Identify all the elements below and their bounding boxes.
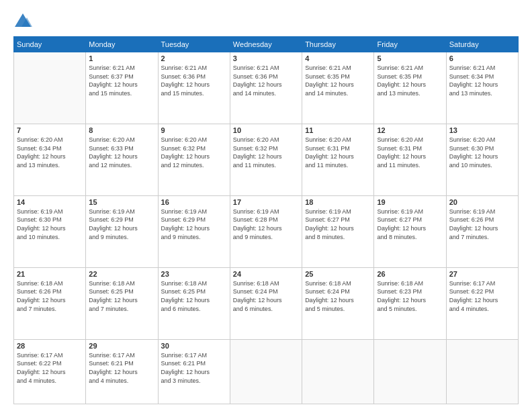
day-info: Sunrise: 6:20 AM Sunset: 6:31 PM Dayligh… [377,136,443,169]
day-number: 5 [377,54,443,62]
day-cell-11: 11Sunrise: 6:20 AM Sunset: 6:31 PM Dayli… [302,124,374,195]
weekday-header-wednesday: Wednesday [230,37,302,52]
day-number: 12 [377,126,443,134]
day-number: 25 [305,270,371,278]
logo-icon [13,12,32,31]
day-info: Sunrise: 6:19 AM Sunset: 6:27 PM Dayligh… [377,208,443,241]
empty-cell [230,339,302,404]
day-cell-3: 3Sunrise: 6:21 AM Sunset: 6:36 PM Daylig… [230,52,302,124]
day-info: Sunrise: 6:20 AM Sunset: 6:34 PM Dayligh… [17,136,83,169]
day-cell-5: 5Sunrise: 6:21 AM Sunset: 6:35 PM Daylig… [374,52,446,124]
day-cell-17: 17Sunrise: 6:19 AM Sunset: 6:28 PM Dayli… [230,195,302,267]
week-row-1: 1Sunrise: 6:21 AM Sunset: 6:37 PM Daylig… [14,52,519,124]
empty-cell [374,339,446,404]
day-cell-21: 21Sunrise: 6:18 AM Sunset: 6:26 PM Dayli… [14,267,86,339]
weekday-header-friday: Friday [374,37,446,52]
header [13,12,519,31]
day-info: Sunrise: 6:17 AM Sunset: 6:22 PM Dayligh… [449,279,515,313]
day-cell-20: 20Sunrise: 6:19 AM Sunset: 6:26 PM Dayli… [446,195,518,267]
week-row-5: 28Sunrise: 6:17 AM Sunset: 6:22 PM Dayli… [14,339,519,404]
week-row-3: 14Sunrise: 6:19 AM Sunset: 6:30 PM Dayli… [14,195,519,267]
day-number: 17 [233,198,299,206]
day-cell-30: 30Sunrise: 6:17 AM Sunset: 6:21 PM Dayli… [158,339,230,404]
day-number: 15 [89,198,154,206]
empty-cell [446,339,518,404]
day-info: Sunrise: 6:20 AM Sunset: 6:32 PM Dayligh… [161,136,227,169]
day-number: 26 [377,270,443,278]
day-number: 20 [449,198,515,206]
week-row-4: 21Sunrise: 6:18 AM Sunset: 6:26 PM Dayli… [14,267,519,339]
day-cell-7: 7Sunrise: 6:20 AM Sunset: 6:34 PM Daylig… [14,124,86,195]
day-info: Sunrise: 6:17 AM Sunset: 6:21 PM Dayligh… [161,351,227,385]
empty-cell [302,339,374,404]
day-number: 1 [89,54,154,62]
logo [13,12,35,31]
day-cell-24: 24Sunrise: 6:18 AM Sunset: 6:24 PM Dayli… [230,267,302,339]
day-info: Sunrise: 6:20 AM Sunset: 6:32 PM Dayligh… [233,136,299,169]
day-info: Sunrise: 6:20 AM Sunset: 6:30 PM Dayligh… [449,136,515,169]
day-number: 30 [161,342,227,350]
day-cell-14: 14Sunrise: 6:19 AM Sunset: 6:30 PM Dayli… [14,195,86,267]
day-info: Sunrise: 6:19 AM Sunset: 6:27 PM Dayligh… [305,208,371,241]
day-cell-4: 4Sunrise: 6:21 AM Sunset: 6:35 PM Daylig… [302,52,374,124]
day-info: Sunrise: 6:21 AM Sunset: 6:37 PM Dayligh… [89,64,154,97]
day-info: Sunrise: 6:21 AM Sunset: 6:35 PM Dayligh… [305,64,371,97]
day-number: 6 [449,54,515,62]
weekday-header-row: SundayMondayTuesdayWednesdayThursdayFrid… [14,37,519,52]
day-number: 21 [17,270,83,278]
day-number: 29 [89,342,154,350]
page: SundayMondayTuesdayWednesdayThursdayFrid… [0,0,532,411]
day-cell-26: 26Sunrise: 6:18 AM Sunset: 6:23 PM Dayli… [374,267,446,339]
day-cell-25: 25Sunrise: 6:18 AM Sunset: 6:24 PM Dayli… [302,267,374,339]
day-info: Sunrise: 6:21 AM Sunset: 6:34 PM Dayligh… [449,64,515,97]
day-cell-10: 10Sunrise: 6:20 AM Sunset: 6:32 PM Dayli… [230,124,302,195]
day-info: Sunrise: 6:20 AM Sunset: 6:31 PM Dayligh… [305,136,371,169]
day-cell-12: 12Sunrise: 6:20 AM Sunset: 6:31 PM Dayli… [374,124,446,195]
day-number: 28 [17,342,83,350]
day-cell-2: 2Sunrise: 6:21 AM Sunset: 6:36 PM Daylig… [158,52,230,124]
day-cell-22: 22Sunrise: 6:18 AM Sunset: 6:25 PM Dayli… [86,267,158,339]
day-cell-15: 15Sunrise: 6:19 AM Sunset: 6:29 PM Dayli… [86,195,158,267]
day-number: 13 [449,126,515,134]
day-info: Sunrise: 6:21 AM Sunset: 6:36 PM Dayligh… [161,64,227,97]
day-info: Sunrise: 6:21 AM Sunset: 6:35 PM Dayligh… [377,64,443,97]
day-number: 22 [89,270,154,278]
weekday-header-tuesday: Tuesday [158,37,230,52]
day-number: 10 [233,126,299,134]
day-info: Sunrise: 6:18 AM Sunset: 6:25 PM Dayligh… [161,279,227,313]
empty-cell [14,52,86,124]
day-info: Sunrise: 6:18 AM Sunset: 6:23 PM Dayligh… [377,279,443,313]
weekday-header-monday: Monday [86,37,158,52]
day-number: 18 [305,198,371,206]
day-info: Sunrise: 6:17 AM Sunset: 6:22 PM Dayligh… [17,351,83,385]
day-number: 9 [161,126,227,134]
day-info: Sunrise: 6:17 AM Sunset: 6:21 PM Dayligh… [89,351,154,385]
calendar-body: 1Sunrise: 6:21 AM Sunset: 6:37 PM Daylig… [14,52,519,404]
day-cell-28: 28Sunrise: 6:17 AM Sunset: 6:22 PM Dayli… [14,339,86,404]
day-info: Sunrise: 6:18 AM Sunset: 6:25 PM Dayligh… [89,279,154,313]
day-number: 19 [377,198,443,206]
day-cell-23: 23Sunrise: 6:18 AM Sunset: 6:25 PM Dayli… [158,267,230,339]
day-cell-8: 8Sunrise: 6:20 AM Sunset: 6:33 PM Daylig… [86,124,158,195]
day-number: 8 [89,126,154,134]
day-info: Sunrise: 6:19 AM Sunset: 6:29 PM Dayligh… [89,208,154,241]
day-number: 7 [17,126,83,134]
day-info: Sunrise: 6:18 AM Sunset: 6:24 PM Dayligh… [305,279,371,313]
day-number: 4 [305,54,371,62]
day-info: Sunrise: 6:21 AM Sunset: 6:36 PM Dayligh… [233,64,299,97]
day-cell-13: 13Sunrise: 6:20 AM Sunset: 6:30 PM Dayli… [446,124,518,195]
day-cell-1: 1Sunrise: 6:21 AM Sunset: 6:37 PM Daylig… [86,52,158,124]
day-cell-16: 16Sunrise: 6:19 AM Sunset: 6:29 PM Dayli… [158,195,230,267]
day-number: 24 [233,270,299,278]
day-cell-9: 9Sunrise: 6:20 AM Sunset: 6:32 PM Daylig… [158,124,230,195]
day-info: Sunrise: 6:19 AM Sunset: 6:29 PM Dayligh… [161,208,227,241]
weekday-header-saturday: Saturday [446,37,518,52]
day-cell-27: 27Sunrise: 6:17 AM Sunset: 6:22 PM Dayli… [446,267,518,339]
calendar-table: SundayMondayTuesdayWednesdayThursdayFrid… [13,36,519,404]
day-info: Sunrise: 6:19 AM Sunset: 6:30 PM Dayligh… [17,208,83,241]
day-number: 14 [17,198,83,206]
day-number: 2 [161,54,227,62]
day-number: 16 [161,198,227,206]
day-number: 3 [233,54,299,62]
weekday-header-sunday: Sunday [14,37,86,52]
